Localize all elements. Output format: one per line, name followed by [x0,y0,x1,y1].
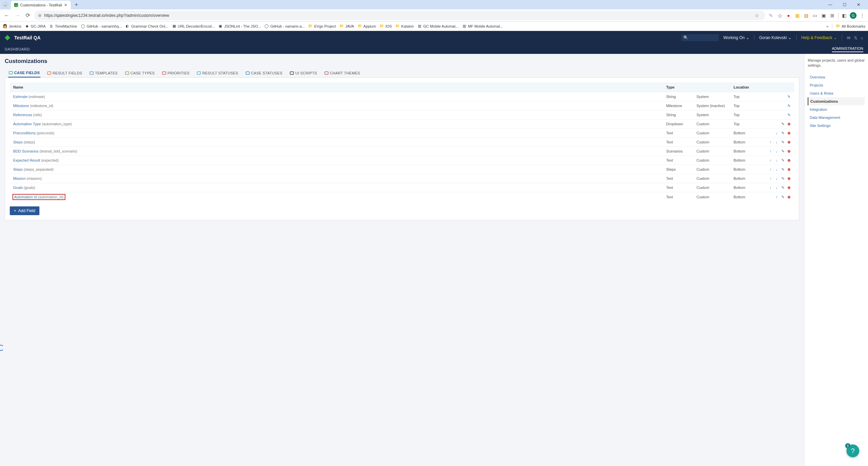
move-down-icon[interactable]: ↓ [775,167,779,171]
nav-dashboard[interactable]: DASHBOARD [5,47,30,51]
ext-icon-diamond[interactable]: ◇ [777,12,783,19]
move-down-icon[interactable]: ↓ [775,158,779,162]
tab-case-statuses[interactable]: CASE STATUSES [245,69,283,77]
window-minimize[interactable]: — [826,2,835,7]
delete-icon[interactable]: ⊗ [787,149,791,153]
ext-icon-table[interactable]: ▤ [803,12,809,19]
tab-priorities[interactable]: PRIORITIES [161,69,190,77]
move-up-icon[interactable]: ↑ [769,158,773,162]
new-tab-button[interactable]: + [73,2,80,8]
twitter-icon[interactable]: 𝕏 [854,35,857,40]
move-up-icon[interactable]: ↑ [769,149,773,153]
field-name-link[interactable]: Goals [13,186,23,190]
move-up-icon[interactable]: ↑ [769,176,773,180]
tab-case-types[interactable]: CASE TYPES [124,69,155,77]
field-name-link[interactable]: Milestone [13,104,29,108]
ext-icon-circle-red[interactable]: ● [785,12,792,19]
move-down-icon[interactable]: ↓ [775,186,779,190]
bookmark-item[interactable]: EVgo Project [308,24,336,29]
bookmark-item[interactable]: JAVA [339,24,354,29]
bookmark-item[interactable]: ◐Grammar Check Onl... [125,24,168,29]
edit-icon[interactable]: ✎ [787,113,791,117]
bookmark-item[interactable]: 👩Jenkins [3,24,21,29]
delete-icon[interactable]: ⊗ [787,195,791,199]
tab-chart-themes[interactable]: CHART THEMES [324,69,361,77]
edit-icon[interactable]: ✎ [781,195,785,199]
delete-icon[interactable]: ⊗ [787,122,791,126]
ext-icon-grid[interactable]: ▦ [794,12,800,19]
delete-icon[interactable]: ⊗ [787,140,791,144]
field-name-link[interactable]: Automation id [14,195,37,199]
delete-icon[interactable]: ⊗ [787,158,791,162]
tab-templates[interactable]: TEMPLATES [89,69,118,77]
move-up-icon[interactable]: ↑ [769,140,773,144]
nav-forward-icon[interactable]: → [13,12,22,19]
move-up-icon[interactable]: ↑ [775,195,779,199]
move-up-icon[interactable]: ↑ [769,186,773,190]
all-bookmarks[interactable]: All Bookmarks [836,24,865,29]
bookmark-star-icon[interactable]: ☆ [755,13,759,18]
tab-case-fields[interactable]: CASE FIELDS [8,69,40,77]
bookmark-item[interactable]: 🗓TimeMachine [49,24,77,29]
field-name-link[interactable]: References [13,113,32,117]
edit-icon[interactable]: ✎ [781,131,785,135]
sidebar-link-customizations[interactable]: Customizations [808,97,865,105]
window-maximize[interactable]: ☐ [840,2,849,7]
field-name-link[interactable]: Mission [13,176,26,180]
ext-icon-rect[interactable]: ▭ [812,12,818,19]
bookmark-item[interactable]: ◯GitHub - xamarinhq... [81,24,122,29]
move-down-icon[interactable]: ↓ [775,149,779,153]
sidebar-link-overview[interactable]: Overview [808,73,865,81]
move-down-icon[interactable]: ↓ [775,131,779,135]
delete-icon[interactable]: ⊗ [787,186,791,190]
edit-icon[interactable]: ✎ [781,186,785,190]
working-on-menu[interactable]: Working On ⌄ [723,35,749,40]
rss-icon[interactable]: ⟑ [861,35,863,40]
bookmark-item[interactable]: ▥MF Mobile Automat... [462,24,503,29]
field-name-link[interactable]: BDD Scenarios [13,149,38,153]
field-name-link[interactable]: Estimate [13,95,28,99]
bookmark-item[interactable]: Katalon [395,24,414,29]
ext-icon-square[interactable]: ▣ [820,12,827,19]
bookmark-item[interactable]: ▦URL Decoder/Encod... [172,24,215,29]
bookmark-item[interactable]: ◆GC-JIRA [25,24,45,29]
tab-result-statuses[interactable]: RESULT STATUSES [196,69,239,77]
browser-menu-icon[interactable]: ⋮ [859,12,865,19]
mail-icon[interactable]: ✉ [847,35,850,40]
global-search[interactable]: 🔍 [681,34,719,41]
sidebar-link-users-roles[interactable]: Users & Roles [808,89,865,97]
sidebar-link-projects[interactable]: Projects [808,81,865,89]
bookmark-item[interactable]: ▥GC Mobile Automat... [417,24,459,29]
edit-icon[interactable]: ✎ [781,140,785,144]
move-down-icon[interactable]: ↓ [775,176,779,180]
ext-icon-pencil[interactable]: ✎ [768,12,774,19]
delete-icon[interactable]: ⊗ [787,176,791,180]
edit-icon[interactable]: ✎ [787,95,791,99]
user-menu[interactable]: Goran Kotevski ⌄ [759,35,792,40]
field-name-link[interactable]: Expected Result [13,158,40,162]
bookmark-item[interactable]: ▣JSONLint - The JSO... [218,24,261,29]
field-name-link[interactable]: Steps [13,167,23,171]
browser-tab[interactable]: Customizations - TestRail ✕ [11,1,71,9]
bookmark-item[interactable]: Appium [358,24,376,29]
edit-icon[interactable]: ✎ [781,176,785,180]
help-bubble[interactable]: 8 ? [846,444,859,457]
edit-icon[interactable]: ✎ [781,158,785,162]
bookmark-item[interactable]: IOS [379,24,392,29]
delete-icon[interactable]: ⊗ [787,167,791,171]
edit-icon[interactable]: ✎ [781,149,785,153]
side-panel-icon[interactable]: ◧ [841,12,847,19]
sidebar-link-data-management[interactable]: Data Management [808,113,865,122]
field-name-link[interactable]: Steps [13,140,23,144]
add-field-button[interactable]: +Add Field [10,206,39,215]
tab-ui-scripts[interactable]: UI SCRIPTS [289,69,318,77]
edit-icon[interactable]: ✎ [781,122,785,126]
nav-reload-icon[interactable]: ⟳ [24,11,31,19]
address-bar[interactable]: ⊖ https://qatestingiwc1234.testrail.io/i… [34,11,765,20]
extensions-icon[interactable]: ⊞ [829,12,835,19]
move-down-icon[interactable]: ↓ [775,140,779,144]
edit-icon[interactable]: ✎ [781,167,785,171]
edit-icon[interactable]: ✎ [787,104,791,108]
profile-avatar[interactable]: G [850,12,857,19]
nav-back-icon[interactable]: ← [3,12,11,19]
